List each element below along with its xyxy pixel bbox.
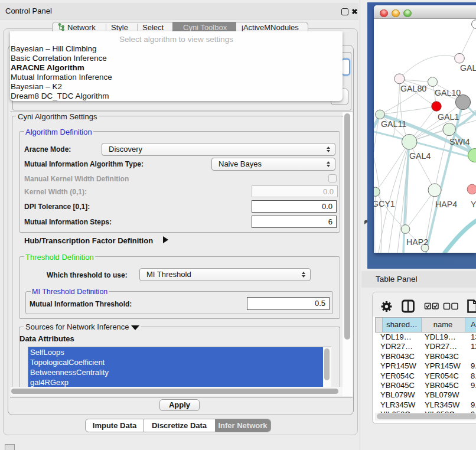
- svg-text:GAL7: GAL7: [460, 63, 476, 73]
- svg-text:GAL4: GAL4: [409, 151, 431, 161]
- svg-text:GAL80: GAL80: [400, 84, 426, 93]
- svg-text:HAP4: HAP4: [435, 200, 457, 209]
- svg-text:GAL1: GAL1: [438, 112, 459, 122]
- svg-text:GAL11: GAL11: [381, 119, 406, 129]
- svg-text:GAL10: GAL10: [435, 88, 461, 97]
- svg-text:YJ: YJ: [471, 200, 476, 209]
- svg-text:GCY1: GCY1: [374, 199, 395, 208]
- svg-text:SWI4: SWI4: [449, 137, 470, 146]
- svg-text:HAP2: HAP2: [406, 237, 428, 247]
